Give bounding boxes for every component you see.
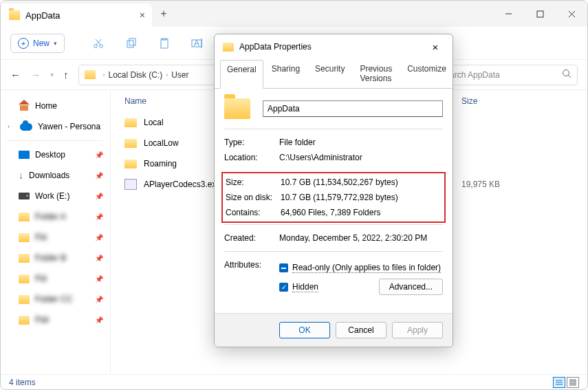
paste-icon[interactable] <box>158 37 171 50</box>
folder-icon <box>19 254 30 263</box>
attributes-label: Attributes: <box>224 260 279 270</box>
svg-point-4 <box>94 44 98 47</box>
svg-rect-23 <box>574 383 576 385</box>
location-label: Location: <box>224 153 279 162</box>
svg-point-5 <box>100 44 103 47</box>
chevron-right-icon: › <box>103 72 105 78</box>
sidebar: Home ›Yawen - Persona Desktop📌 ↓Download… <box>1 90 111 374</box>
folder-icon <box>19 295 30 304</box>
window-tab[interactable]: AppData × <box>1 3 152 27</box>
dialog-titlebar[interactable]: AppData Properties × <box>215 34 453 59</box>
search-input[interactable]: arch AppData <box>444 65 578 85</box>
folder-icon <box>19 316 30 325</box>
folder-icon <box>124 139 137 148</box>
dialog-tabs: General Sharing Security Previous Versio… <box>215 59 453 88</box>
col-size[interactable]: Size <box>461 96 477 106</box>
chevron-right-icon: › <box>166 72 168 78</box>
back-button[interactable]: ← <box>10 69 21 80</box>
created-value: Monday, December 5, 2022, 2:30:20 PM <box>279 233 427 243</box>
sidebar-item-downloads[interactable]: ↓Downloads📌 <box>1 165 110 186</box>
dialog-title: AppData Properties <box>239 42 312 52</box>
divider <box>8 140 103 141</box>
search-placeholder: arch AppData <box>450 70 500 80</box>
contains-value: 64,960 Files, 7,389 Folders <box>281 208 380 217</box>
tab-sharing[interactable]: Sharing <box>265 59 307 88</box>
close-dialog-button[interactable]: × <box>426 41 444 53</box>
close-window-button[interactable] <box>556 3 587 25</box>
tab-security[interactable]: Security <box>308 59 351 88</box>
statusbar: 4 items <box>1 374 587 389</box>
recent-chevron-icon[interactable]: ▾ <box>50 71 54 78</box>
sidebar-item[interactable]: Folder CC📌 <box>1 289 110 310</box>
drive-icon <box>19 193 30 199</box>
size-label: Size: <box>226 177 281 187</box>
pin-icon: 📌 <box>95 213 103 221</box>
svg-line-7 <box>96 39 100 45</box>
icons-view-button[interactable] <box>567 377 579 388</box>
folder-name-input[interactable] <box>263 100 443 117</box>
svg-rect-10 <box>161 39 168 48</box>
sidebar-item[interactable]: Fld📌 <box>1 227 110 248</box>
desktop-icon <box>19 151 30 159</box>
apply-button[interactable]: Apply <box>392 322 443 338</box>
svg-rect-9 <box>129 39 135 45</box>
svg-rect-21 <box>574 380 576 382</box>
pin-icon: 📌 <box>95 275 103 283</box>
pin-icon: 📌 <box>95 172 103 180</box>
new-tab-button[interactable]: + <box>152 8 175 20</box>
sidebar-item-home[interactable]: Home <box>1 96 110 116</box>
maximize-button[interactable] <box>524 3 556 25</box>
svg-line-16 <box>568 75 571 78</box>
pin-icon: 📌 <box>95 193 103 200</box>
tab-general[interactable]: General <box>220 60 263 89</box>
forward-button[interactable]: → <box>30 69 41 80</box>
copy-icon[interactable] <box>125 37 138 50</box>
exe-icon <box>124 179 137 190</box>
item-count: 4 items <box>9 378 36 387</box>
tab-customize[interactable]: Customize <box>400 59 453 88</box>
pin-icon: 📌 <box>95 296 103 303</box>
plus-icon: + <box>18 38 29 49</box>
up-button[interactable]: ↑ <box>63 69 69 80</box>
onedrive-icon <box>20 123 32 131</box>
folder-icon <box>19 213 30 221</box>
tab-previous-versions[interactable]: Previous Versions <box>353 59 399 88</box>
size-value: 10.7 GB (11,534,502,267 bytes) <box>281 177 398 187</box>
sidebar-item[interactable]: Folder B📌 <box>1 248 110 268</box>
cancel-button[interactable]: Cancel <box>336 322 386 338</box>
crumb-seg[interactable]: User <box>171 70 188 80</box>
location-value: C:\Users\Administrator <box>279 153 362 162</box>
cut-icon[interactable] <box>92 37 105 50</box>
highlight-box: Size:10.7 GB (11,534,502,267 bytes) Size… <box>221 172 446 223</box>
pin-icon: 📌 <box>95 151 103 159</box>
readonly-checkbox[interactable] <box>279 263 288 272</box>
hidden-label: Hidden <box>292 282 318 292</box>
details-view-button[interactable] <box>553 377 565 388</box>
hidden-checkbox[interactable] <box>279 283 288 292</box>
type-value: File folder <box>279 138 316 147</box>
sidebar-item[interactable]: Folder A📌 <box>1 206 110 227</box>
ok-button[interactable]: OK <box>279 322 330 338</box>
pin-icon: 📌 <box>95 316 103 324</box>
close-tab-icon[interactable]: × <box>140 10 145 21</box>
svg-rect-20 <box>570 380 572 382</box>
search-icon <box>562 69 571 80</box>
sidebar-item[interactable]: Fld📌 <box>1 268 110 289</box>
download-icon: ↓ <box>19 170 23 181</box>
folder-icon <box>223 43 234 52</box>
rename-icon[interactable]: A <box>191 37 204 50</box>
chevron-right-icon[interactable]: › <box>8 123 14 130</box>
readonly-label: Read-only (Only applies to files in fold… <box>292 263 441 273</box>
size-on-disk-label: Size on disk: <box>226 193 281 202</box>
new-button[interactable]: + New ▾ <box>10 34 65 53</box>
sidebar-item-desktop[interactable]: Desktop📌 <box>1 144 110 165</box>
folder-icon <box>124 118 137 127</box>
sidebar-item[interactable]: Fldr📌 <box>1 310 110 330</box>
type-label: Type: <box>224 138 279 147</box>
crumb-seg[interactable]: Local Disk (C:) <box>109 70 163 80</box>
minimize-button[interactable] <box>492 3 524 25</box>
sidebar-item-work[interactable]: Work (E:)📌 <box>1 186 110 206</box>
advanced-button[interactable]: Advanced... <box>379 279 443 295</box>
sidebar-item-personal[interactable]: ›Yawen - Persona <box>1 116 110 137</box>
folder-icon <box>19 233 30 242</box>
